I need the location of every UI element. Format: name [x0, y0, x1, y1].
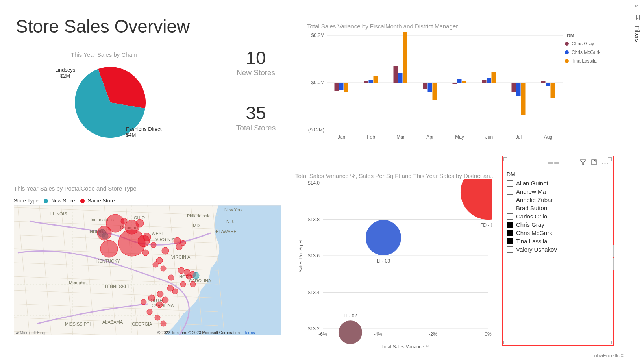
slicer-item[interactable]: Allan Guinot — [503, 179, 613, 187]
map-legend: Store Type New Store Same Store — [14, 198, 115, 204]
svg-rect-12 — [369, 80, 373, 83]
svg-text:$0.2M: $0.2M — [311, 33, 324, 38]
resize-handle-icon[interactable] — [608, 341, 612, 344]
svg-text:Jul: Jul — [516, 134, 522, 140]
svg-point-116 — [190, 281, 196, 287]
kpi-total-stores-value: 35 — [224, 102, 287, 124]
svg-point-108 — [161, 266, 166, 271]
svg-point-125 — [155, 315, 160, 320]
legend-label-new-store: New Store — [51, 198, 75, 204]
dm-slicer-visual[interactable]: ══ ⋯ DM Allan GuinotAndrew MaAnnelie Zub… — [502, 156, 614, 346]
bing-label: Microsoft Bing — [20, 331, 45, 335]
checkbox-icon[interactable] — [507, 213, 513, 220]
slicer-item[interactable]: Valery Ushakov — [503, 245, 613, 254]
checkbox-icon[interactable] — [507, 222, 513, 228]
slicer-item-label: Allan Guinot — [516, 180, 548, 187]
slicer-field-title: DM — [503, 170, 613, 179]
slicer-item[interactable]: Tina Lassila — [503, 237, 613, 245]
svg-rect-32 — [516, 83, 521, 96]
focus-mode-icon[interactable] — [591, 159, 597, 167]
resize-handle-icon[interactable] — [503, 157, 507, 161]
svg-rect-150 — [592, 160, 596, 165]
checkbox-icon[interactable] — [507, 189, 513, 195]
slicer-item[interactable]: Chris Gray — [503, 220, 613, 229]
svg-point-114 — [168, 275, 174, 280]
svg-text:May: May — [455, 134, 464, 140]
svg-text:CAROLINA: CAROLINA — [152, 303, 174, 308]
slicer-item[interactable]: Chris McGurk — [503, 229, 613, 237]
svg-rect-19 — [423, 83, 427, 89]
checkbox-icon[interactable] — [507, 205, 513, 211]
svg-text:Jun: Jun — [485, 134, 493, 140]
svg-rect-21 — [433, 83, 437, 100]
svg-text:MISSISSIPPI: MISSISSIPPI — [65, 322, 91, 326]
bar-chart[interactable]: ($0.2M)$0.0M$0.2MJanFebMarAprMayJunJulAu… — [307, 28, 626, 146]
slicer-item[interactable]: Brad Sutton — [503, 204, 613, 212]
svg-text:DM: DM — [567, 33, 574, 39]
svg-rect-11 — [364, 81, 368, 83]
svg-text:$13.6: $13.6 — [308, 253, 320, 259]
kpi-new-stores: 10 New Stores — [224, 47, 287, 77]
svg-text:VIRGINIA: VIRGINIA — [171, 255, 191, 259]
resize-handle-icon[interactable] — [613, 245, 614, 257]
svg-point-43 — [565, 59, 569, 63]
svg-text:($0.2M): ($0.2M) — [308, 127, 324, 133]
filters-pane-label[interactable]: Filters — [634, 26, 641, 42]
svg-text:-4%: -4% — [374, 331, 382, 337]
svg-rect-25 — [462, 81, 466, 83]
svg-point-39 — [565, 42, 569, 46]
svg-text:DELAWARE: DELAWARE — [213, 229, 237, 234]
resize-handle-icon[interactable] — [608, 157, 612, 161]
scatter-chart[interactable]: $13.2$13.4$13.6$13.8$14.0-6%-4%-2%0%Tota… — [295, 179, 492, 352]
map-attribution: ▰ Microsoft Bing — [16, 331, 45, 335]
legend-swatch-new-store — [44, 199, 48, 203]
svg-rect-15 — [394, 66, 398, 83]
svg-point-146 — [366, 220, 401, 255]
svg-text:Tina Lassila: Tina Lassila — [572, 58, 597, 64]
map-visual[interactable]: ILLINOISIndianapolisINDIANAOHIOColumbusW… — [14, 205, 281, 335]
more-options-icon[interactable]: ⋯ — [602, 159, 608, 167]
svg-text:$0.0M: $0.0M — [311, 80, 324, 85]
map-copyright: © 2022 TomTom, © 2023 Microsoft Corporat… — [157, 331, 240, 335]
checkbox-icon[interactable] — [507, 180, 513, 187]
svg-rect-13 — [374, 76, 378, 83]
svg-rect-20 — [428, 83, 432, 92]
svg-point-97 — [100, 240, 118, 257]
slicer-item[interactable]: Carlos Grilo — [503, 212, 613, 220]
svg-point-98 — [136, 219, 144, 227]
svg-text:Total Sales Variance %: Total Sales Variance % — [381, 344, 430, 350]
drag-handle-icon[interactable]: ══ — [548, 159, 561, 167]
svg-rect-17 — [403, 32, 407, 83]
svg-point-118 — [172, 289, 178, 294]
slicer-item-label: Chris McGurk — [516, 230, 552, 236]
svg-text:WEST: WEST — [152, 231, 164, 236]
svg-point-96 — [143, 233, 151, 241]
slicer-item[interactable]: Annelie Zubar — [503, 196, 613, 204]
pie-label-fashions-direct: Fashions Direct $4M — [126, 126, 161, 138]
checkbox-icon[interactable] — [507, 197, 513, 203]
pie-label-lindseys: Lindseys $2M — [55, 67, 75, 79]
svg-point-107 — [153, 262, 158, 267]
map-terms-link[interactable]: Terms — [244, 331, 255, 335]
checkbox-icon[interactable] — [507, 230, 513, 236]
svg-rect-23 — [453, 83, 457, 84]
svg-text:0%: 0% — [485, 331, 492, 337]
filter-icon[interactable] — [580, 159, 586, 167]
slicer-item[interactable]: Andrew Ma — [503, 187, 613, 196]
filters-pane-collapsed[interactable]: « Filters — [632, 0, 644, 361]
slicer-item-label: Tina Lassila — [516, 238, 547, 244]
checkbox-icon[interactable] — [507, 238, 513, 244]
svg-text:Chris Gray: Chris Gray — [572, 41, 594, 46]
checkbox-icon[interactable] — [507, 246, 513, 253]
resize-handle-icon[interactable] — [503, 341, 507, 344]
svg-point-105 — [180, 240, 186, 246]
svg-text:$13.4: $13.4 — [308, 290, 320, 295]
bookmark-icon[interactable] — [635, 14, 641, 21]
slicer-item-label: Carlos Grilo — [516, 213, 547, 220]
slicer-item-label: Annelie Zubar — [516, 196, 553, 203]
svg-rect-8 — [339, 83, 344, 90]
bing-logo: ▰ — [16, 331, 20, 335]
expand-pane-icon[interactable]: « — [635, 2, 638, 9]
svg-text:$13.8: $13.8 — [308, 217, 320, 222]
svg-text:Philadelphia: Philadelphia — [187, 213, 211, 218]
